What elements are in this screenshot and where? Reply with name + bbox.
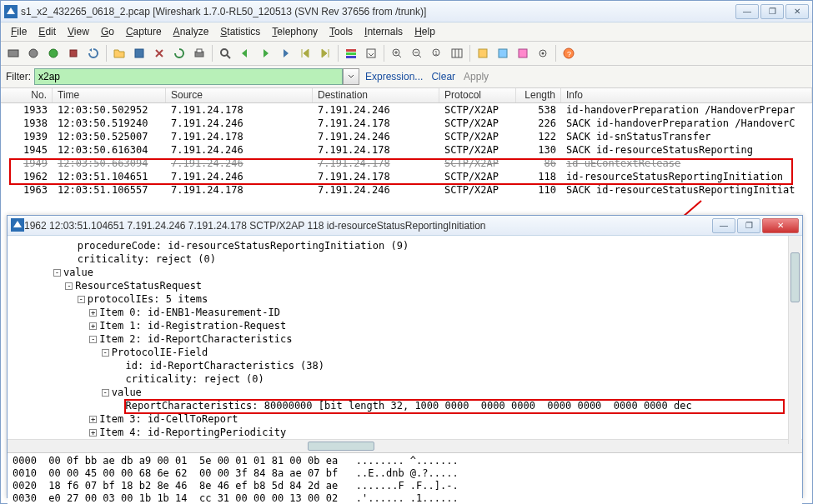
tree-hscrollbar[interactable] <box>8 439 802 452</box>
column-length[interactable]: Length <box>516 88 561 102</box>
menu-internals[interactable]: Internals <box>359 24 408 39</box>
print-icon[interactable] <box>190 44 208 62</box>
open-file-icon[interactable] <box>110 44 128 62</box>
menu-statistics[interactable]: Statistics <box>215 24 265 39</box>
tree-line[interactable]: procedureCode: id-resourceStatusReportin… <box>29 239 802 252</box>
zoom-reset-icon[interactable]: 1 <box>428 44 446 62</box>
tree-line[interactable]: -protocolIEs: 5 items <box>29 292 802 306</box>
detail-minimize-button[interactable]: — <box>712 218 735 233</box>
minimize-button[interactable]: — <box>735 4 759 19</box>
filter-expression-link[interactable]: Expression... <box>363 71 425 82</box>
svg-rect-1 <box>8 50 18 57</box>
auto-scroll-icon[interactable] <box>362 44 380 62</box>
menu-telephony[interactable]: Telephony <box>267 24 323 39</box>
protocol-tree[interactable]: procedureCode: id-resourceStatusReportin… <box>8 236 802 439</box>
svg-text:?: ? <box>567 50 571 58</box>
stop-capture-icon[interactable] <box>64 44 83 62</box>
start-capture-icon[interactable] <box>44 44 63 62</box>
detail-maximize-button[interactable]: ❐ <box>737 218 760 233</box>
capture-filters-icon[interactable] <box>474 44 492 62</box>
tree-line[interactable]: -value <box>29 266 802 279</box>
svg-line-17 <box>399 55 401 57</box>
zoom-in-icon[interactable] <box>388 44 406 62</box>
column-info[interactable]: Info <box>561 88 812 102</box>
tree-line[interactable]: +Item 4: id-ReportingPeriodicity <box>29 426 802 439</box>
go-back-icon[interactable] <box>236 44 254 62</box>
menu-analyze[interactable]: Analyze <box>168 24 214 39</box>
find-icon[interactable] <box>216 44 234 62</box>
packet-list[interactable]: No. Time Source Destination Protocol Len… <box>1 88 812 208</box>
tree-line[interactable]: ReportCharacteristics: 80000000 [bit len… <box>29 399 802 412</box>
capture-interfaces-icon[interactable] <box>4 44 23 62</box>
close-button[interactable]: ✕ <box>785 4 809 19</box>
packet-row[interactable]: 194512:03:50.6163047.191.24.2467.191.24.… <box>1 143 812 157</box>
tree-vscroll-thumb[interactable] <box>790 252 800 302</box>
tree-line[interactable]: -ResourceStatusRequest <box>29 279 802 292</box>
tree-line[interactable]: id: id-ReportCharacteristics (38) <box>29 359 802 372</box>
coloring-rules-icon[interactable] <box>514 44 532 62</box>
zoom-out-icon[interactable] <box>408 44 426 62</box>
packet-row[interactable]: 196212:03:51.1046517.191.24.2467.191.24.… <box>1 170 812 183</box>
packet-row[interactable]: 193812:03:50.5192407.191.24.2467.191.24.… <box>1 117 812 130</box>
svg-point-2 <box>29 49 38 57</box>
tree-line[interactable]: +Item 3: id-CellToReport <box>29 412 802 426</box>
first-packet-icon[interactable] <box>296 44 314 62</box>
menu-go[interactable]: Go <box>96 24 119 39</box>
column-headers: No. Time Source Destination Protocol Len… <box>1 88 812 103</box>
resize-columns-icon[interactable] <box>448 44 466 62</box>
tree-line[interactable]: -value <box>29 386 802 399</box>
colorize-icon[interactable] <box>342 44 360 62</box>
packet-row[interactable]: 193912:03:50.5250077.191.24.1787.191.24.… <box>1 130 812 143</box>
save-file-icon[interactable] <box>130 44 148 62</box>
svg-rect-4 <box>70 50 77 57</box>
window-buttons: — ❐ ✕ <box>735 4 809 19</box>
column-source[interactable]: Source <box>166 88 313 102</box>
go-forward-icon[interactable] <box>256 44 274 62</box>
tree-line[interactable]: +Item 0: id-ENB1-Measurement-ID <box>29 306 802 319</box>
packet-row[interactable]: 193312:03:50.5029527.191.24.1787.191.24.… <box>1 103 812 117</box>
svg-rect-23 <box>452 49 462 57</box>
capture-options-icon[interactable] <box>24 44 43 62</box>
column-time[interactable]: Time <box>53 88 166 102</box>
last-packet-icon[interactable] <box>316 44 334 62</box>
help-icon[interactable]: ? <box>560 44 578 62</box>
maximize-button[interactable]: ❐ <box>760 4 784 19</box>
filter-clear-link[interactable]: Clear <box>429 71 458 82</box>
display-filters-icon[interactable] <box>494 44 512 62</box>
column-no[interactable]: No. <box>1 88 53 102</box>
detail-close-button[interactable]: ✕ <box>762 218 799 233</box>
hex-view[interactable]: 0000 00 0f bb ae db a9 00 01 5e 00 01 01… <box>8 452 802 504</box>
svg-point-8 <box>221 49 228 56</box>
filter-box <box>34 68 359 85</box>
tree-line[interactable]: criticality: reject (0) <box>29 252 802 266</box>
filter-apply-link[interactable]: Apply <box>461 71 491 82</box>
menu-help[interactable]: Help <box>409 24 440 39</box>
packet-row[interactable]: 194912:03:50.6630947.191.24.2467.191.24.… <box>1 157 812 170</box>
menu-capture[interactable]: Capture <box>121 24 167 39</box>
svg-rect-11 <box>346 52 356 55</box>
menu-file[interactable]: File <box>6 24 32 39</box>
filter-input[interactable] <box>34 68 343 85</box>
column-protocol[interactable]: Protocol <box>439 88 516 102</box>
svg-rect-7 <box>197 49 202 52</box>
reload-icon[interactable] <box>170 44 188 62</box>
restart-capture-icon[interactable] <box>84 44 103 62</box>
tree-line[interactable]: criticality: reject (0) <box>29 372 802 386</box>
window-title: s1_x2_432265_0618_2.pcap [Wireshark 1.7.… <box>21 6 735 17</box>
menu-tools[interactable]: Tools <box>324 24 358 39</box>
tree-line[interactable]: +Item 1: id-Registration-Request <box>29 319 802 332</box>
preferences-icon[interactable] <box>534 44 552 62</box>
tree-line[interactable]: -Item 2: id-ReportCharacteristics <box>29 332 802 346</box>
filter-dropdown-button[interactable] <box>343 68 359 85</box>
tree-hscroll-thumb[interactable] <box>308 442 374 451</box>
close-file-icon[interactable] <box>150 44 168 62</box>
go-to-packet-icon[interactable] <box>276 44 294 62</box>
tree-vscrollbar[interactable] <box>788 236 801 444</box>
packet-row[interactable]: 196312:03:51.1065577.191.24.1787.191.24.… <box>1 183 812 197</box>
toolbar: 1 ? <box>1 42 812 66</box>
tree-line[interactable]: -ProtocolIE-Field <box>29 346 802 359</box>
menu-view[interactable]: View <box>63 24 94 39</box>
menu-edit[interactable]: Edit <box>33 24 61 39</box>
detail-titlebar: 1962 12:03:51.104651 7.191.24.246 7.191.… <box>8 216 802 236</box>
column-destination[interactable]: Destination <box>313 88 439 102</box>
